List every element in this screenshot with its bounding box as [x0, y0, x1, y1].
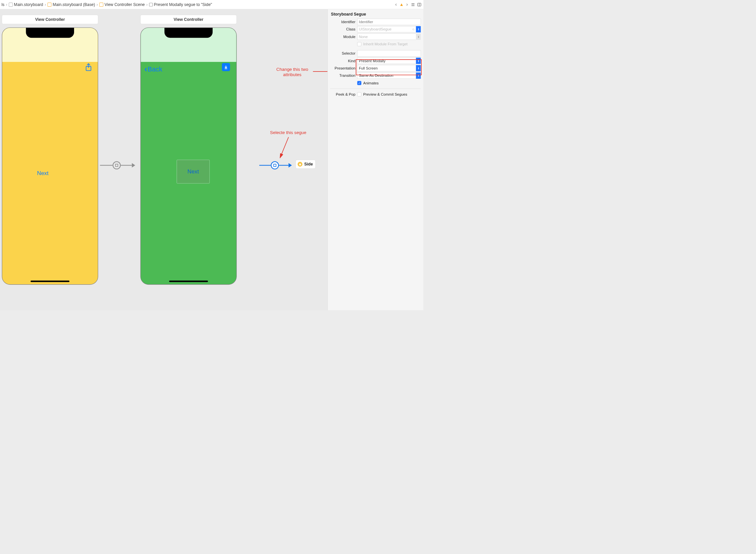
breadcrumb-seg-0[interactable]: ls	[1, 2, 4, 7]
chevron-right-icon: ›	[146, 2, 148, 7]
download-icon[interactable]	[222, 63, 230, 71]
annotation-arrow-2	[277, 136, 292, 162]
module-dropdown-button[interactable]: ▴▾	[416, 34, 421, 40]
peek-pop-value-label: Preview & Commit Segues	[363, 92, 407, 97]
storyboard-reference-icon: ◉	[298, 162, 303, 167]
segue-vc1-to-vc2[interactable]	[100, 161, 139, 169]
scene-2-title: View Controller	[174, 17, 203, 22]
outline-toggle-icon[interactable]	[411, 2, 416, 7]
scene-1-title-bar[interactable]: View Controller	[2, 15, 98, 24]
scene-1-next-button[interactable]: Next	[37, 170, 49, 176]
chevron-right-icon: ›	[6, 2, 8, 7]
device-notch	[164, 27, 213, 38]
scene-2-next-container[interactable]: Next	[177, 160, 210, 184]
annotation-change-attributes: Change this two attributes	[276, 67, 308, 77]
inherit-module-label: Inherit Module From Target	[363, 42, 407, 46]
kind-dropdown-button[interactable]: ▴▾	[416, 58, 421, 64]
breadcrumb-seg-4[interactable]: Present Modally segue to "Side"	[149, 2, 212, 7]
back-button[interactable]: ‹Back	[144, 64, 163, 74]
scene-2-title-bar[interactable]: View Controller	[140, 15, 237, 24]
peek-pop-checkbox[interactable]	[357, 92, 361, 96]
chevron-right-icon: ›	[44, 2, 46, 7]
module-label: Module	[330, 35, 355, 39]
home-indicator	[30, 281, 69, 282]
scene-icon	[99, 3, 103, 7]
storyboard-file-icon	[9, 3, 13, 7]
breadcrumb-seg-2[interactable]: Main.storyboard (Base)	[48, 2, 95, 7]
chevron-left-icon: ‹	[144, 64, 147, 74]
presentation-dropdown[interactable]: Full Screen	[357, 65, 416, 71]
assistant-editor-icon[interactable]	[417, 2, 422, 7]
home-indicator	[169, 281, 208, 282]
history-back-button[interactable]: ‹	[394, 2, 398, 7]
segue-icon	[149, 3, 153, 6]
transition-label: Transition	[330, 73, 355, 78]
animates-checkbox[interactable]: ✓	[357, 81, 361, 85]
inspector-panel: Storyboard Segue Identifier Class UIStor…	[327, 0, 423, 310]
selector-field[interactable]	[357, 50, 421, 57]
annotation-arrow-1	[313, 68, 327, 75]
identifier-field[interactable]	[357, 19, 421, 25]
transition-dropdown[interactable]: Same As Destination	[357, 72, 416, 79]
animates-label: Animates	[363, 81, 379, 85]
segue-vc2-to-side[interactable]	[259, 161, 294, 169]
share-icon[interactable]	[85, 63, 92, 73]
class-field[interactable]: UIStoryboardSegue○	[357, 26, 416, 33]
segue-present-icon	[271, 161, 279, 169]
storyboard-base-icon	[48, 3, 52, 7]
device-notch	[26, 27, 74, 38]
warning-icon[interactable]: ▲	[399, 2, 403, 7]
presentation-label: Presentation	[330, 66, 355, 70]
class-label: Class	[330, 27, 355, 32]
identifier-label: Identifier	[330, 20, 355, 24]
kind-label: Kind	[330, 59, 355, 63]
scene-1-title: View Controller	[35, 17, 65, 22]
peek-pop-label: Peek & Pop	[330, 92, 355, 97]
annotation-select-segue: Selecte this segue	[270, 130, 306, 135]
class-dropdown-button[interactable]: ▴▾	[416, 26, 421, 33]
kind-dropdown[interactable]: Present Modally	[357, 58, 416, 64]
scene-1-device[interactable]: Next	[2, 27, 98, 285]
selector-label: Selector	[330, 51, 355, 56]
inspector-section-header: Storyboard Segue	[330, 11, 421, 18]
breadcrumb-seg-3[interactable]: View Controller Scene	[99, 2, 144, 7]
svg-line-8	[280, 137, 289, 158]
chevron-right-icon: ›	[96, 2, 98, 7]
storyboard-canvas[interactable]: View Controller Next View Controller ‹Ba…	[0, 9, 327, 310]
transition-dropdown-button[interactable]: ▴▾	[416, 72, 421, 79]
presentation-dropdown-button[interactable]: ▴▾	[416, 65, 421, 71]
segue-present-icon	[113, 161, 121, 169]
scene-2-device[interactable]: ‹Back Next	[140, 27, 237, 285]
module-field[interactable]: None	[357, 34, 416, 40]
history-forward-button[interactable]: ›	[405, 2, 409, 7]
breadcrumb-bar: ls › Main.storyboard › Main.storyboard (…	[0, 0, 423, 9]
inherit-module-checkbox[interactable]	[357, 42, 361, 46]
breadcrumb-seg-1[interactable]: Main.storyboard	[9, 2, 43, 7]
scene-side-reference[interactable]: ◉ Side	[296, 160, 316, 169]
